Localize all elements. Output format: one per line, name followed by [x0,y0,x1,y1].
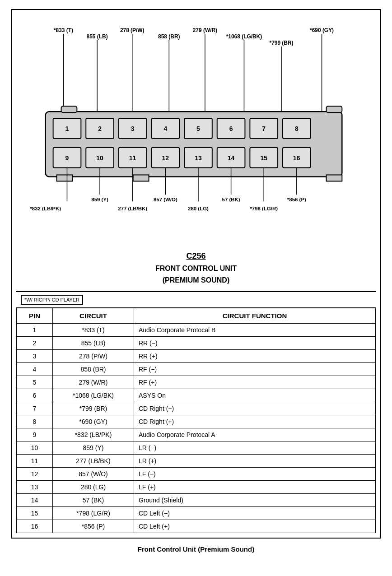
svg-text:858 (BR): 858 (BR) [158,33,180,40]
table-cell-pin: 4 [17,363,53,376]
table-cell-pin: 11 [17,455,53,468]
svg-text:855 (LB): 855 (LB) [87,33,108,40]
table-cell-circuit: 279 (W/R) [53,376,134,389]
svg-text:10: 10 [96,154,103,162]
svg-text:16: 16 [293,154,300,162]
main-container: *833 (T) 855 (LB) 278 (P/W) 858 (BR) 279… [11,9,381,539]
svg-rect-17 [61,106,77,112]
badge-row: *W/ RICPP/ CD PLAYER [16,292,376,308]
svg-text:279 (W/R): 279 (W/R) [193,27,217,33]
svg-text:277 (LB/BK): 277 (LB/BK) [118,206,147,211]
svg-text:278 (P/W): 278 (P/W) [120,27,145,33]
table-cell-function: RR (+) [134,350,376,363]
table-cell-circuit: 855 (LB) [53,337,134,350]
table-cell-circuit: *833 (T) [53,324,134,337]
table-cell-pin: 6 [17,389,53,402]
table-cell-circuit: 857 (W/O) [53,468,134,481]
svg-text:*1068 (LG/BK): *1068 (LG/BK) [226,33,262,40]
table-cell-function: RF (−) [134,363,376,376]
svg-text:*832 (LB/PK): *832 (LB/PK) [30,206,61,211]
table-cell-pin: 10 [17,441,53,455]
table-row: 13280 (LG)LF (+) [17,481,376,494]
table-cell-circuit: *798 (LG/R) [53,507,134,520]
table-cell-pin: 5 [17,376,53,389]
svg-rect-18 [327,106,342,112]
svg-text:*798 (LG/R): *798 (LG/R) [250,206,278,211]
table-row: 10859 (Y)LR (−) [17,441,376,455]
table-cell-pin: 12 [17,468,53,481]
table-cell-function: LF (−) [134,468,376,481]
table-cell-function: RR (−) [134,337,376,350]
svg-text:8: 8 [295,125,299,132]
table-cell-circuit: *690 (GY) [53,415,134,428]
col-header-circuit: CIRCUIT [53,308,134,324]
table-cell-pin: 7 [17,402,53,415]
table-cell-pin: 14 [17,494,53,507]
table-cell-pin: 16 [17,520,53,533]
table-cell-function: LF (+) [134,481,376,494]
table-row: 15*798 (LG/R)CD Left (−) [17,507,376,520]
svg-text:11: 11 [129,154,136,162]
table-cell-circuit: 278 (P/W) [53,350,134,363]
svg-text:*856 (P): *856 (P) [287,197,306,202]
connector-id: C256 [19,251,373,261]
table-cell-function: CD Left (−) [134,507,376,520]
svg-text:857 (W/O): 857 (W/O) [154,197,177,202]
table-cell-function: ASYS On [134,389,376,402]
table-row: 12857 (W/O)LF (−) [17,468,376,481]
table-cell-function: CD Right (+) [134,415,376,428]
table-row: 7*799 (BR)CD Right (−) [17,402,376,415]
svg-rect-20 [133,175,149,181]
table-cell-function: Audio Corporate Protocal B [134,324,376,337]
svg-text:15: 15 [260,154,267,162]
col-header-function: CIRCUIT FUNCTION [134,308,376,324]
table-cell-function: RF (+) [134,376,376,389]
svg-rect-19 [57,175,73,181]
table-row: 11277 (LB/BK)LR (+) [17,455,376,468]
table-cell-pin: 15 [17,507,53,520]
title-section: C256 FRONT CONTROL UNIT (PREMIUM SOUND) [16,249,376,287]
ricpp-badge: *W/ RICPP/ CD PLAYER [21,295,83,305]
table-row: 5279 (W/R)RF (+) [17,376,376,389]
svg-text:3: 3 [131,125,135,132]
svg-text:12: 12 [162,154,169,162]
table-cell-circuit: *832 (LB/PK) [53,428,134,441]
connector-title-line1: FRONT CONTROL UNIT [19,265,373,273]
svg-text:*833 (T): *833 (T) [54,27,73,33]
table-cell-pin: 1 [17,324,53,337]
table-cell-circuit: 280 (LG) [53,481,134,494]
svg-text:1: 1 [65,125,69,132]
table-row: 6*1068 (LG/BK)ASYS On [17,389,376,402]
diagram-area: *833 (T) 855 (LB) 278 (P/W) 858 (BR) 279… [16,14,376,245]
table-cell-function: CD Right (−) [134,402,376,415]
svg-text:6: 6 [229,125,233,132]
svg-text:57 (BK): 57 (BK) [222,197,240,202]
svg-text:14: 14 [228,154,235,162]
table-cell-circuit: *856 (P) [53,520,134,533]
table-row: 2855 (LB)RR (−) [17,337,376,350]
svg-text:4: 4 [163,125,167,132]
svg-text:*799 (BR): *799 (BR) [270,40,294,46]
table-cell-circuit: *1068 (LG/BK) [53,389,134,402]
col-header-pin: PIN [17,308,53,324]
table-cell-circuit: 858 (BR) [53,363,134,376]
connector-svg: *833 (T) 855 (LB) 278 (P/W) 858 (BR) 279… [21,23,371,231]
table-cell-pin: 9 [17,428,53,441]
svg-text:9: 9 [65,154,69,162]
footer-caption: Front Control Unit (Premium Sound) [138,545,254,553]
table-row: 1*833 (T)Audio Corporate Protocal B [17,324,376,337]
table-cell-function: CD Left (+) [134,520,376,533]
svg-text:5: 5 [196,125,200,132]
connector-diagram: *833 (T) 855 (LB) 278 (P/W) 858 (BR) 279… [21,23,371,231]
table-row: 4858 (BR)RF (−) [17,363,376,376]
svg-text:7: 7 [262,125,266,132]
svg-text:2: 2 [98,125,102,132]
table-cell-pin: 13 [17,481,53,494]
table-cell-pin: 8 [17,415,53,428]
table-cell-circuit: 277 (LB/BK) [53,455,134,468]
table-cell-pin: 2 [17,337,53,350]
table-cell-pin: 3 [17,350,53,363]
table-cell-circuit: 859 (Y) [53,441,134,455]
connector-title-line2: (PREMIUM SOUND) [19,276,373,284]
svg-rect-21 [327,175,342,181]
